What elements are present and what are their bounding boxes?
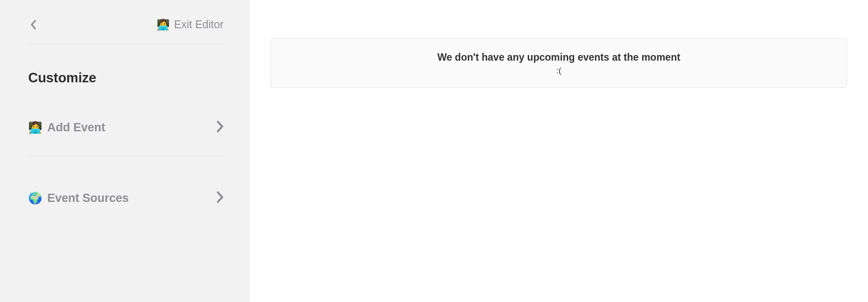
menu-item-left: 👩‍💻 Add Event	[28, 121, 105, 134]
sidebar-header: 👩‍💻 Exit Editor	[28, 18, 224, 44]
section-title: Customize	[28, 70, 224, 86]
chevron-right-icon	[217, 120, 224, 134]
exit-editor-label: Exit Editor	[174, 18, 224, 31]
empty-state-sub: :(	[279, 66, 838, 75]
back-button[interactable]	[28, 19, 39, 30]
menu-item-label: Add Event	[47, 121, 105, 134]
sidebar-item-event-sources[interactable]: 🌍 Event Sources	[28, 191, 224, 227]
empty-state-box: We don't have any upcoming events at the…	[270, 38, 847, 88]
menu-item-left: 🌍 Event Sources	[28, 192, 129, 205]
globe-icon: 🌍	[28, 192, 42, 204]
chevron-left-icon	[30, 20, 36, 29]
menu-item-label: Event Sources	[47, 192, 129, 205]
technologist-icon: 👩‍💻	[28, 122, 42, 133]
sidebar: 👩‍💻 Exit Editor Customize 👩‍💻 Add Event …	[0, 0, 250, 302]
exit-editor-link[interactable]: 👩‍💻 Exit Editor	[157, 18, 224, 31]
main-content: We don't have any upcoming events at the…	[250, 0, 868, 302]
sidebar-item-add-event[interactable]: 👩‍💻 Add Event	[28, 120, 224, 156]
technologist-icon: 👩‍💻	[157, 19, 170, 30]
chevron-right-icon	[217, 191, 224, 205]
empty-state-heading: We don't have any upcoming events at the…	[279, 52, 838, 63]
